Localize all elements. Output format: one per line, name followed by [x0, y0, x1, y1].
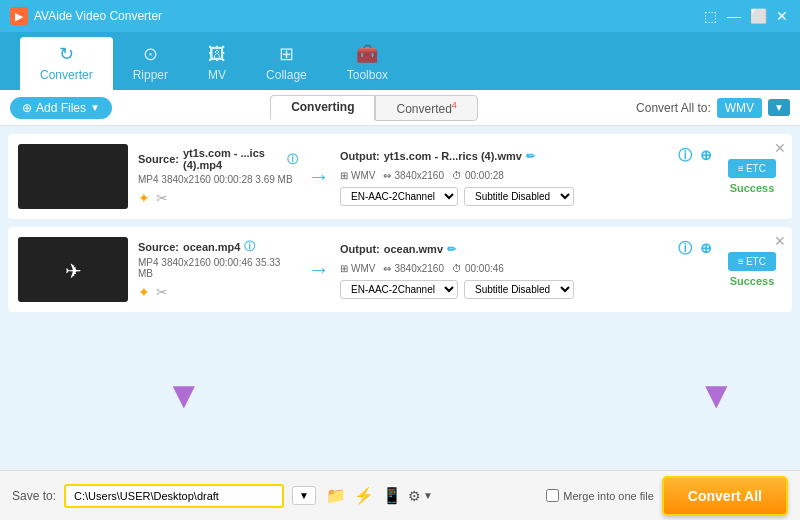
folder-icon-button[interactable]: 📁 [324, 484, 348, 507]
output-name-row: Output: yt1s.com - R...rics (4).wmv ✏ ⓘ … [340, 147, 712, 165]
app-title: AVAide Video Converter [34, 9, 702, 23]
output-selects: EN-AAC-2Channel Subtitle Disabled [340, 187, 712, 206]
convert-btn-icon: ≡ [738, 163, 744, 174]
duration-detail: ⏱ 00:00:46 [452, 263, 504, 274]
tab-toolbox-label: Toolbox [347, 68, 388, 82]
output-details: ⊞ WMV ⇔ 3840x2160 ⏱ 00:00:46 [340, 263, 712, 274]
toolbar: ⊕ Add Files ▼ Converting Converted4 Conv… [0, 90, 800, 126]
convert-all-button[interactable]: Convert All [662, 476, 788, 516]
file-item: ✕ Source: ocean.mp4 ⓘ MP4 3840x2160 00:0… [8, 227, 792, 312]
minimize-button[interactable]: — [726, 8, 742, 24]
thumbnail [18, 237, 128, 302]
convert-small-button[interactable]: ≡ ETC [728, 252, 776, 271]
add-icon: ⊕ [22, 101, 32, 115]
output-icons: ⓘ ⊕ [678, 240, 712, 258]
file-source: Source: yt1s.com - ...ics (4).mp4 ⓘ [138, 147, 298, 171]
star-icon[interactable]: ✦ [138, 284, 150, 300]
success-status: Success [730, 275, 775, 287]
tab-ripper[interactable]: ⊙ Ripper [113, 37, 188, 90]
collage-icon: ⊞ [279, 43, 294, 65]
star-icon[interactable]: ✦ [138, 190, 150, 206]
flash-icon-button[interactable]: ⚡ [352, 484, 376, 507]
tab-collage-label: Collage [266, 68, 307, 82]
edit-icon[interactable]: ✏ [526, 150, 535, 163]
main-content: ✕ Source: yt1s.com - ...ics (4).mp4 ⓘ MP… [0, 126, 800, 470]
ripper-icon: ⊙ [143, 43, 158, 65]
tab-converter-label: Converter [40, 68, 93, 82]
output-name-row: Output: ocean.wmv ✏ ⓘ ⊕ [340, 240, 712, 258]
merge-checkbox[interactable] [546, 489, 559, 502]
info-icon[interactable]: ⓘ [287, 152, 298, 167]
resolution-detail: ⇔ 3840x2160 [383, 263, 444, 274]
close-button[interactable]: ✕ [774, 8, 790, 24]
file-meta: MP4 3840x2160 00:00:28 3.69 MB [138, 174, 298, 185]
file-item: ✕ Source: yt1s.com - ...ics (4).mp4 ⓘ MP… [8, 134, 792, 219]
tab-converter[interactable]: ↻ Converter [20, 37, 113, 90]
info-icon[interactable]: ⓘ [244, 239, 255, 254]
output-label: Output: [340, 243, 380, 255]
output-name: ocean.wmv [384, 243, 443, 255]
output-label: Output: [340, 150, 380, 162]
file-info: Source: yt1s.com - ...ics (4).mp4 ⓘ MP4 … [138, 147, 298, 206]
add-output-icon[interactable]: ⊕ [700, 240, 712, 258]
format-select-button[interactable]: WMV [717, 98, 762, 118]
cut-icon[interactable]: ✂ [156, 284, 168, 300]
convert-small-button[interactable]: ≡ ETC [728, 159, 776, 178]
convert-btn-icon: ≡ [738, 256, 744, 267]
cut-icon[interactable]: ✂ [156, 190, 168, 206]
convert-all-to-section: Convert All to: WMV ▼ [636, 98, 790, 118]
info-output-icon[interactable]: ⓘ [678, 240, 692, 258]
audio-select[interactable]: EN-AAC-2Channel [340, 280, 458, 299]
convert-all-to-label: Convert All to: [636, 101, 711, 115]
tab-mv[interactable]: 🖼 MV [188, 38, 246, 90]
convert-arrow: → [308, 164, 330, 190]
output-icons: ⓘ ⊕ [678, 147, 712, 165]
file-meta: MP4 3840x2160 00:00:46 35.33 MB [138, 257, 298, 279]
converting-tab[interactable]: Converting [270, 95, 375, 121]
subtitle-select[interactable]: Subtitle Disabled [464, 187, 574, 206]
resolution-detail: ⇔ 3840x2160 [383, 170, 444, 181]
converted-tab[interactable]: Converted4 [375, 95, 477, 121]
format-dropdown-arrow[interactable]: ▼ [768, 99, 790, 116]
merge-checkbox-label[interactable]: Merge into one file [546, 489, 654, 502]
merge-label-text: Merge into one file [563, 490, 654, 502]
format-detail: ⊞ WMV [340, 263, 375, 274]
output-name: yt1s.com - R...rics (4).wmv [384, 150, 522, 162]
add-files-dropdown-arrow: ▼ [90, 102, 100, 113]
add-files-label: Add Files [36, 101, 86, 115]
tab-ripper-label: Ripper [133, 68, 168, 82]
toolbox-icon: 🧰 [356, 43, 378, 65]
source-name: ocean.mp4 [183, 241, 240, 253]
path-dropdown-button[interactable]: ▼ [292, 486, 316, 505]
output-section: Output: ocean.wmv ✏ ⓘ ⊕ ⊞ WMV ⇔ 38 [340, 240, 712, 299]
info-output-icon[interactable]: ⓘ [678, 147, 692, 165]
gear-icon: ⚙ [408, 488, 421, 504]
close-icon[interactable]: ✕ [774, 140, 786, 156]
save-path-input[interactable] [64, 484, 284, 508]
output-details: ⊞ WMV ⇔ 3840x2160 ⏱ 00:00:28 [340, 170, 712, 181]
file-info: Source: ocean.mp4 ⓘ MP4 3840x2160 00:00:… [138, 239, 298, 300]
tab-toolbox[interactable]: 🧰 Toolbox [327, 37, 408, 90]
settings-button[interactable]: ⚙ ▼ [408, 488, 433, 504]
add-files-button[interactable]: ⊕ Add Files ▼ [10, 97, 112, 119]
mv-icon: 🖼 [208, 44, 226, 65]
audio-select[interactable]: EN-AAC-2Channel [340, 187, 458, 206]
subtitle-select[interactable]: Subtitle Disabled [464, 280, 574, 299]
success-badge: ≡ ETC Success [722, 252, 782, 287]
tab-collage[interactable]: ⊞ Collage [246, 37, 327, 90]
app-icon: ▶ [10, 7, 28, 25]
source-label: Source: [138, 241, 179, 253]
format-detail: ⊞ WMV [340, 170, 375, 181]
source-name: yt1s.com - ...ics (4).mp4 [183, 147, 283, 171]
file-actions: ✦ ✂ [138, 284, 298, 300]
edit-icon[interactable]: ✏ [447, 243, 456, 256]
save-to-label: Save to: [12, 489, 56, 503]
restore-button[interactable]: ⬜ [750, 8, 766, 24]
close-icon[interactable]: ✕ [774, 233, 786, 249]
phone-icon-button[interactable]: 📱 [380, 484, 404, 507]
add-output-icon[interactable]: ⊕ [700, 147, 712, 165]
duration-detail: ⏱ 00:00:28 [452, 170, 504, 181]
monitor-icon[interactable]: ⬚ [702, 8, 718, 24]
file-source: Source: ocean.mp4 ⓘ [138, 239, 298, 254]
success-status: Success [730, 182, 775, 194]
